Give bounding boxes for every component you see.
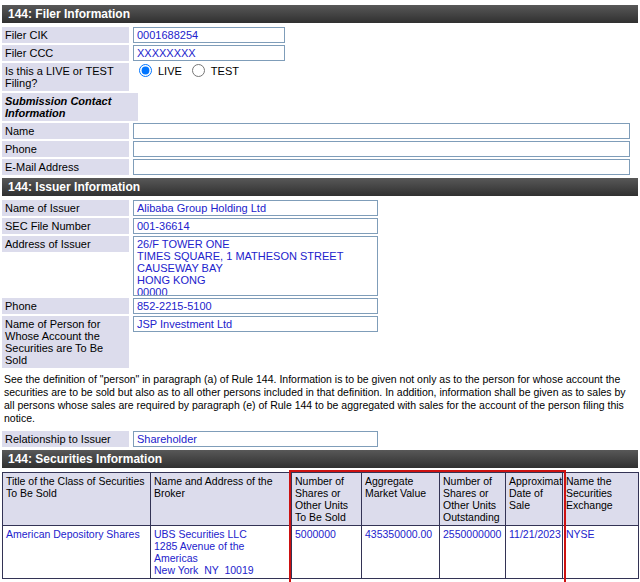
contact-email-input[interactable] — [133, 159, 630, 175]
col-units-outstanding: Number of Shares or Other Units Outstand… — [440, 472, 506, 525]
col-approx-date-of-sale: Approximate Date of Sale — [506, 472, 563, 525]
filer-ccc-input[interactable] — [133, 45, 285, 61]
issuer-phone-label: Phone — [2, 298, 129, 314]
contact-info-heading: Submission Contact Information — [2, 93, 138, 121]
col-aggregate-market-value: Aggregate Market Value — [362, 472, 440, 525]
issuer-address-label: Address of Issuer — [2, 236, 129, 252]
col-broker: Name and Address of the Broker — [151, 472, 292, 525]
col-units-to-be-sold: Number of Shares or Other Units To Be So… — [292, 472, 362, 525]
filer-ccc-label: Filer CCC — [2, 45, 129, 61]
securities-info-table: Title of the Class of Securities To Be S… — [2, 472, 639, 579]
filer-cik-label: Filer CIK — [2, 27, 129, 43]
cell-units-to-be-sold: 5000000 — [292, 525, 362, 578]
filer-section-header: 144: Filer Information — [2, 5, 638, 23]
issuer-phone-input[interactable] — [133, 298, 378, 314]
sec-file-number-label: SEC File Number — [2, 218, 129, 234]
sec-file-number-input[interactable] — [133, 218, 378, 234]
live-test-label: Is this a LIVE or TEST Filing? — [2, 63, 129, 91]
issuer-section-header: 144: Issuer Information — [2, 178, 638, 196]
contact-name-label: Name — [2, 123, 129, 139]
relationship-label: Relationship to Issuer — [2, 431, 129, 447]
test-radio-label: TEST — [211, 65, 239, 77]
issuer-name-input[interactable] — [133, 200, 378, 216]
test-radio[interactable] — [192, 64, 205, 77]
issuer-name-label: Name of Issuer — [2, 200, 129, 216]
live-test-radio-group: LIVE TEST — [133, 63, 239, 77]
securities-info-table-wrap: Title of the Class of Securities To Be S… — [2, 472, 638, 579]
cell-broker: UBS Securities LLC 1285 Avenue of the Am… — [151, 525, 292, 578]
account-person-input[interactable] — [133, 316, 378, 332]
cell-aggregate-market-value: 435350000.00 — [362, 525, 440, 578]
contact-phone-label: Phone — [2, 141, 129, 157]
contact-phone-input[interactable] — [133, 141, 630, 157]
form-144-page: 144: Filer Information Filer CIK Filer C… — [0, 0, 640, 582]
cell-exchange: NYSE — [563, 525, 639, 578]
issuer-address-textarea[interactable]: 26/F TOWER ONE TIMES SQUARE, 1 MATHESON … — [133, 236, 378, 296]
cell-approx-date-of-sale: 11/21/2023 — [506, 525, 563, 578]
securities-info-row: American Depository Shares UBS Securitie… — [3, 525, 639, 578]
filer-cik-input[interactable] — [133, 27, 285, 43]
cell-title-class: American Depository Shares — [3, 525, 151, 578]
col-title-class: Title of the Class of Securities To Be S… — [3, 472, 151, 525]
live-radio[interactable] — [139, 64, 152, 77]
securities-info-section-header: 144: Securities Information — [2, 450, 638, 468]
contact-name-input[interactable] — [133, 123, 630, 139]
contact-email-label: E-Mail Address — [2, 159, 129, 175]
live-radio-label: LIVE — [158, 65, 182, 77]
relationship-input[interactable] — [133, 431, 378, 447]
account-person-label: Name of Person for Whose Account the Sec… — [2, 316, 129, 368]
rule144-definition-note: See the definition of "person" in paragr… — [4, 373, 636, 426]
cell-units-outstanding: 2550000000 — [440, 525, 506, 578]
col-exchange: Name the Securities Exchange — [563, 472, 639, 525]
